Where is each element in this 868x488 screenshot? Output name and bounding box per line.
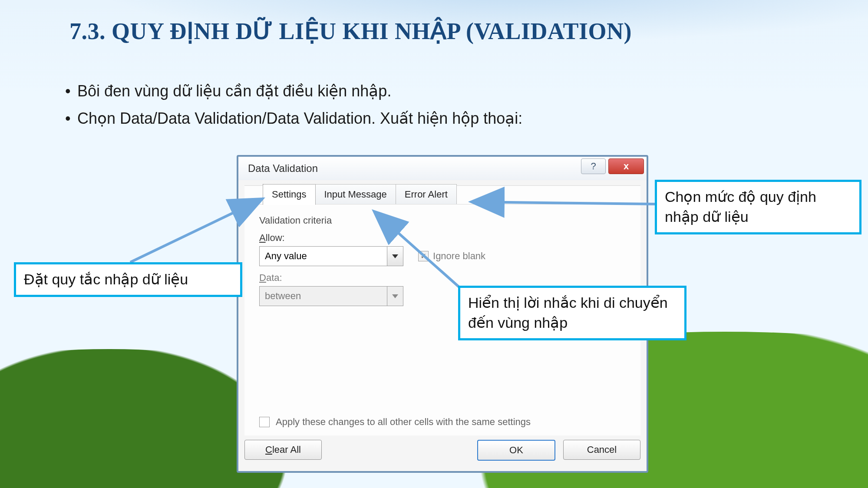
- callout-settings: Đặt quy tắc nhập dữ liệu: [14, 262, 242, 297]
- ok-button[interactable]: OK: [477, 440, 555, 461]
- allow-dropdown-button[interactable]: [387, 247, 403, 266]
- chevron-down-icon: [392, 294, 398, 298]
- dialog-footer: Clear All OK Cancel: [244, 440, 640, 465]
- slide-bullets: •Bôi đen vùng dữ liệu cần đặt điều kiện …: [65, 77, 522, 132]
- data-value: between: [260, 290, 387, 302]
- bullet-item: •Chọn Data/Data Validation/Data Validati…: [65, 105, 522, 132]
- clear-rest: lear All: [272, 444, 301, 455]
- clear-all-button[interactable]: Clear All: [244, 440, 322, 460]
- bullet-item: •Bôi đen vùng dữ liệu cần đặt điều kiện …: [65, 77, 522, 105]
- data-label: Data:: [259, 272, 626, 284]
- checkbox-icon: [259, 417, 270, 427]
- bullet-text: Bôi đen vùng dữ liệu cần đặt điều kiện n…: [77, 82, 391, 100]
- callout-input-message: Hiển thị lời nhắc khi di chuyển đến vùng…: [458, 286, 686, 340]
- data-combobox: between: [259, 286, 403, 306]
- dialog-tabs: Settings Input Message Error Alert: [263, 184, 456, 204]
- allow-combobox[interactable]: Any value: [259, 246, 403, 266]
- bullet-text: Chọn Data/Data Validation/Data Validatio…: [77, 109, 522, 127]
- help-button[interactable]: ?: [581, 158, 606, 174]
- tab-settings[interactable]: Settings: [263, 184, 316, 204]
- allow-value: Any value: [260, 251, 387, 262]
- close-button[interactable]: x: [608, 158, 644, 174]
- apply-label: Apply these changes to all other cells w…: [276, 416, 531, 428]
- clear-accelerator: C: [265, 444, 272, 455]
- checkbox-icon: ✓: [418, 251, 429, 261]
- data-accelerator: D: [259, 272, 266, 283]
- tab-error-alert[interactable]: Error Alert: [396, 184, 457, 204]
- allow-accelerator: A: [259, 232, 266, 243]
- slide-title: 7.3. QUY ĐỊNH DỮ LIỆU KHI NHẬP (VALIDATI…: [69, 17, 632, 45]
- data-rest: ata:: [266, 272, 282, 283]
- ignore-blank-checkbox: ✓ Ignore blank: [418, 251, 485, 262]
- data-dropdown-button: [387, 287, 403, 306]
- chevron-down-icon: [392, 254, 398, 258]
- group-label: Validation criteria: [259, 215, 626, 226]
- allow-rest: llow:: [266, 232, 285, 243]
- tab-input-message[interactable]: Input Message: [315, 184, 396, 204]
- check-icon: ✓: [420, 251, 427, 261]
- cancel-button[interactable]: Cancel: [563, 440, 640, 460]
- callout-error-alert: Chọn mức độ quy định nhập dữ liệu: [655, 180, 861, 234]
- apply-checkbox: Apply these changes to all other cells w…: [259, 416, 531, 428]
- ignore-rest: gnore blank: [436, 251, 485, 261]
- allow-label: Allow:: [259, 232, 626, 244]
